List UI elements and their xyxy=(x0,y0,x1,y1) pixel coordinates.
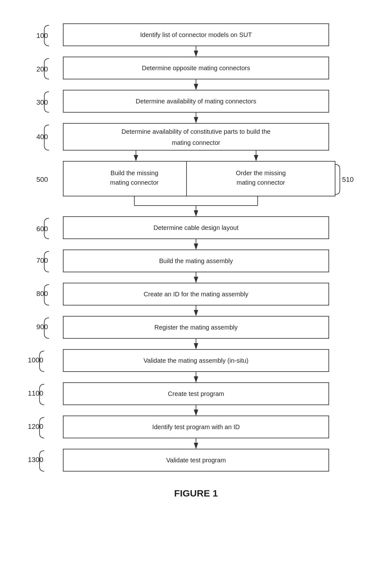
text-900: Register the mating assembly xyxy=(154,324,237,331)
svg-text:1000: 1000 xyxy=(28,356,43,364)
text-1300: Validate test program xyxy=(166,457,226,464)
flowchart: 100 Identify list of connector models on… xyxy=(0,9,392,574)
svg-text:400: 400 xyxy=(36,133,48,141)
text-600: Determine cable design layout xyxy=(153,224,238,231)
text-510-1: Order the missing xyxy=(236,170,286,176)
svg-text:500: 500 xyxy=(36,176,48,183)
text-200: Determine opposite mating connectors xyxy=(142,65,250,71)
text-500-2: mating connector xyxy=(110,179,159,186)
text-100: Identify list of connector models on SUT xyxy=(140,31,252,38)
text-1100: Create test program xyxy=(168,390,224,397)
svg-text:300: 300 xyxy=(36,98,48,106)
svg-text:800: 800 xyxy=(36,290,48,298)
svg-text:200: 200 xyxy=(36,65,48,73)
text-400-1: Determine availability of constitutive p… xyxy=(121,128,270,135)
svg-text:900: 900 xyxy=(36,323,48,331)
box-500 xyxy=(63,161,205,196)
text-700: Build the mating assembly xyxy=(159,257,233,264)
svg-text:1200: 1200 xyxy=(28,423,43,430)
text-510-2: mating connector xyxy=(236,179,285,186)
figure-title: FIGURE 1 xyxy=(174,488,218,498)
text-1000: Validate the mating assembly (in-situ) xyxy=(144,357,248,364)
svg-text:700: 700 xyxy=(36,256,48,264)
text-800: Create an ID for the mating assembly xyxy=(144,291,248,298)
box-400 xyxy=(63,123,329,150)
text-300: Determine availability of mating connect… xyxy=(136,98,256,105)
svg-text:1100: 1100 xyxy=(28,389,43,397)
svg-text:1300: 1300 xyxy=(28,456,43,464)
diagram-container: 100 Identify list of connector models on… xyxy=(0,0,392,580)
svg-text:600: 600 xyxy=(36,225,48,233)
text-1200: Identify test program with an ID xyxy=(152,423,240,430)
box-510 xyxy=(187,161,335,196)
svg-text:510: 510 xyxy=(342,176,354,183)
text-400-2: mating connector xyxy=(172,139,220,146)
label-100: 100 xyxy=(36,32,48,40)
text-500-1: Build the missing xyxy=(110,170,158,176)
